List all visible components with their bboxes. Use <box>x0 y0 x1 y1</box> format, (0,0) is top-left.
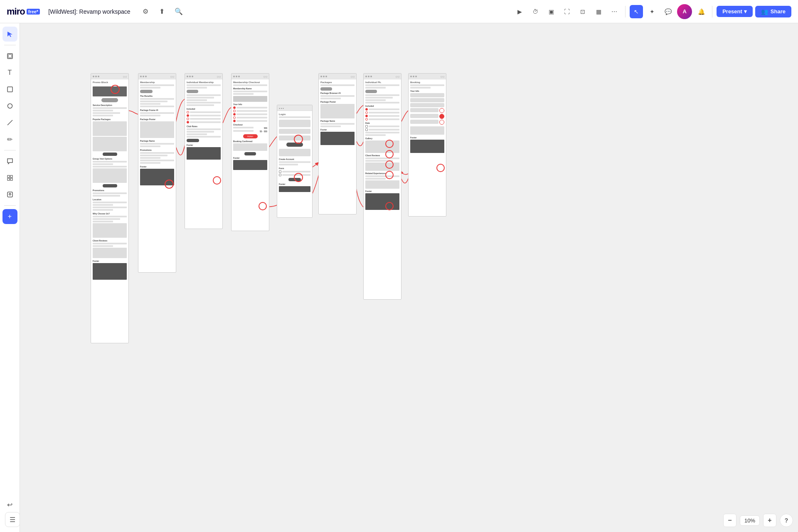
line-tool[interactable] <box>2 115 17 130</box>
undo-tool[interactable]: ↩ <box>2 497 17 512</box>
pen-tool[interactable]: ✏ <box>2 132 17 147</box>
present-chevron: ▾ <box>744 8 747 15</box>
grid-tool[interactable] <box>2 170 17 185</box>
sidebar-divider-3 <box>4 205 16 206</box>
shapes-tool[interactable] <box>2 99 17 113</box>
search-button[interactable]: 🔍 <box>172 5 185 18</box>
bottom-left: ☰ <box>5 512 20 527</box>
timer-icon[interactable]: ⏱ <box>529 5 542 18</box>
zoom-out-button[interactable]: − <box>723 514 736 527</box>
sidebar-divider-1 <box>4 45 16 45</box>
svg-point-3 <box>7 104 12 108</box>
svg-line-4 <box>7 120 12 125</box>
svg-rect-5 <box>7 175 10 177</box>
svg-rect-2 <box>7 87 12 92</box>
text-tool[interactable]: T <box>2 65 17 80</box>
sticky-tool[interactable] <box>2 82 17 97</box>
more-icon[interactable]: ⋯ <box>608 5 621 18</box>
frame-promo-block[interactable]: ◻ ◻ Promo Block Service Description Popu… <box>91 73 129 343</box>
table-icon[interactable]: ▦ <box>592 5 605 18</box>
frame-individual-membership[interactable]: ◻ ◻ Individual Membership Included Club … <box>185 73 223 229</box>
logo[interactable]: miro free* <box>7 6 40 17</box>
magic-icon[interactable]: ✦ <box>645 5 659 18</box>
zoom-level-display[interactable]: 10% <box>740 515 760 526</box>
share-icon: 👥 <box>761 8 768 15</box>
zoom-controls: − 10% + ? <box>723 514 793 527</box>
svg-rect-8 <box>10 178 12 180</box>
plan-badge: free* <box>27 9 40 15</box>
help-button[interactable]: ? <box>780 514 793 527</box>
canvas[interactable]: ◻ ◻ Promo Block Service Description Popu… <box>20 23 798 532</box>
user-avatar[interactable]: A <box>677 4 692 19</box>
frame-booking[interactable]: ◻ ◻ Booking Your Info <box>408 73 446 217</box>
frame-login[interactable]: ● ● ● Login Create Account Form Footer <box>277 105 313 218</box>
workspace-title: [WildWest]: Revamp workspace <box>48 8 130 15</box>
comment-tool[interactable] <box>2 154 17 169</box>
present-button[interactable]: Present ▾ <box>717 6 753 17</box>
top-icons: ⚙ ⬆ 🔍 <box>139 5 185 18</box>
settings-button[interactable]: ⚙ <box>139 5 152 18</box>
right-controls: ▶ ⏱ ▣ ⛶ ⊡ ▦ ⋯ ↖ ✦ 💬 A 🔔 Present ▾ 👥 Shar… <box>513 4 791 19</box>
cursor-tool-active[interactable]: ↖ <box>630 5 643 18</box>
frames-tool[interactable] <box>2 49 17 64</box>
zoom-in-button[interactable]: + <box>763 514 776 527</box>
logo-text: miro <box>7 6 25 17</box>
share-button[interactable]: 👥 Share <box>755 6 791 17</box>
upload-button[interactable]: ⬆ <box>155 5 169 18</box>
add-apps-button[interactable]: + <box>2 209 17 224</box>
upload-tool[interactable] <box>2 187 17 202</box>
share-label: Share <box>771 8 786 15</box>
present-label: Present <box>722 8 742 15</box>
frame-individual-pkg[interactable]: ◻ ◻ Individual Pk. Included Date Gallery <box>363 73 401 300</box>
select-tool[interactable] <box>2 27 17 42</box>
export-icon[interactable]: ⊡ <box>576 5 589 18</box>
svg-rect-6 <box>10 175 12 177</box>
svg-rect-1 <box>8 54 12 58</box>
play-icon[interactable]: ▶ <box>513 5 526 18</box>
sidebar-divider-2 <box>4 150 16 150</box>
capture-icon[interactable]: ⛶ <box>560 5 574 18</box>
svg-rect-7 <box>7 178 10 180</box>
frame-packages[interactable]: ◻ ◻ Packages Package Browser #4 Package … <box>318 73 357 214</box>
panel-toggle-button[interactable]: ☰ <box>5 512 20 527</box>
video-icon[interactable]: ▣ <box>544 5 558 18</box>
frame-membership-checkout[interactable]: ◻ ◻ Membership Checkout Membership Name … <box>231 73 269 231</box>
left-sidebar: T ✏ + ↩ ↪ <box>0 23 20 532</box>
frame-membership[interactable]: ◻ ◻ Membership The Benefits Package Fram… <box>138 73 176 273</box>
canvas-inner: ◻ ◻ Promo Block Service Description Popu… <box>20 23 798 532</box>
bell-icon[interactable]: 🔔 <box>695 5 708 18</box>
chat-icon[interactable]: 💬 <box>661 5 675 18</box>
topbar: miro free* [WildWest]: Revamp workspace … <box>0 0 798 23</box>
